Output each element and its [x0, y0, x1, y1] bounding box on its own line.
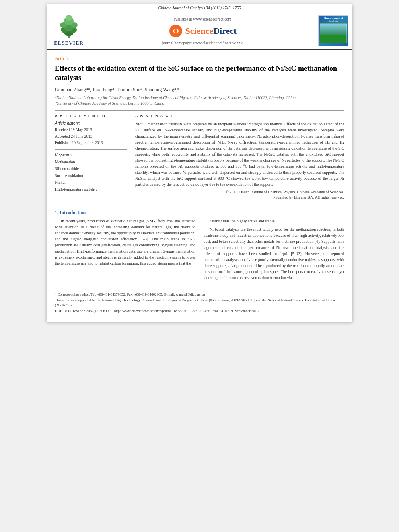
journal-cover: Chinese Journal of Catalysis	[318, 15, 348, 46]
divider-1	[55, 110, 344, 111]
copyright-line2: Published by Elsevier B.V. All rights re…	[135, 195, 344, 200]
authors: Guoquan Zhangᵃᵇ, Jiaxi Pengᵃ, Tianjun Su…	[55, 87, 344, 93]
intro-text-col1: In recent years, production of synthetic…	[55, 218, 195, 266]
abstract-section: A B S T R A C T Ni/SiC methanation catal…	[135, 114, 344, 201]
intro-body: In recent years, production of synthetic…	[55, 218, 344, 283]
journal-citation: Chinese Journal of Catalysis 34 (2013) 1…	[158, 6, 241, 10]
intro-col2: catalyst must be highly active and stabl…	[204, 218, 344, 283]
section-name: Introduction	[60, 210, 86, 215]
journal-topbar: Chinese Journal of Catalysis 34 (2013) 1…	[47, 4, 352, 12]
elsevier-logo: ELSEVIER	[51, 15, 87, 46]
keyword-3: Surface oxidation	[55, 172, 127, 179]
intro-col1: In recent years, production of synthetic…	[55, 218, 195, 283]
sd-text: ScienceDirect	[185, 26, 237, 36]
accepted-date: Accepted 24 June 2013	[55, 133, 127, 140]
article-info-header: A R T I C L E I N F O	[55, 114, 127, 118]
intro-para2-col2: Ni-based catalysts are the most widely u…	[204, 226, 344, 281]
corresponding-author: * Corresponding author. Tel: +86-411-843…	[55, 292, 344, 298]
keyword-5: High-temperature stability	[55, 186, 127, 193]
available-text: available at www.sciencedirect.com	[174, 17, 232, 21]
sd-icon	[169, 24, 183, 38]
funding-note: This work was supported by the National …	[55, 298, 344, 308]
intro-para1-col1: In recent years, production of synthetic…	[55, 218, 195, 266]
abstract-paragraph: Ni/SiC methanation catalysts were prepar…	[135, 121, 344, 187]
keyword-1: Methanation	[55, 158, 127, 165]
page: Chinese Journal of Catalysis 34 (2013) 1…	[47, 4, 352, 322]
abstract-text: Ni/SiC methanation catalysts were prepar…	[135, 121, 344, 187]
sciencedirect-logo: ScienceDirect	[169, 24, 237, 38]
journal-header: ELSEVIER available at www.sciencedirect.…	[47, 12, 352, 50]
history-label: Article history:	[55, 121, 127, 125]
cover-image	[320, 23, 347, 43]
footer: * Corresponding author. Tel: +86-411-843…	[55, 290, 344, 314]
elsevier-tree-icon	[55, 15, 83, 39]
article-type: Article	[55, 55, 344, 62]
cover-title: Chinese Journal of Catalysis	[320, 17, 347, 23]
elsevier-wordmark: ELSEVIER	[54, 40, 84, 46]
affiliation-b: ᵇUniversity of Chinese Academy of Scienc…	[55, 101, 344, 106]
intro-para1-col2: catalyst must be highly active and stabl…	[204, 218, 344, 224]
divider-2	[55, 205, 344, 205]
article-dates: Received 19 May 2013 Accepted 24 June 20…	[55, 127, 127, 146]
received-date: Received 19 May 2013	[55, 127, 127, 133]
abstract-header: A B S T R A C T	[135, 114, 344, 118]
journal-url: journal homepage: www.elsevier.com/locat…	[162, 41, 243, 45]
keywords-list: Methanation Silicon carbide Surface oxid…	[55, 158, 127, 193]
svg-point-10	[174, 29, 177, 33]
info-abstract-section: A R T I C L E I N F O Article history: R…	[55, 114, 344, 201]
article-info: A R T I C L E I N F O Article history: R…	[55, 114, 127, 201]
section-number: 1.	[55, 210, 58, 215]
keyword-2: Silicon carbide	[55, 165, 127, 172]
copyright-line1: © 2013, Dalian Institute of Chemical Phy…	[135, 190, 344, 195]
section-title: 1. Introduction	[55, 210, 344, 216]
keyword-4: Nickel	[55, 179, 127, 186]
doi-note: DOI: 10.1016/S1872-2067(12)60639-1 | htt…	[55, 308, 344, 314]
copyright: © 2013, Dalian Institute of Chemical Phy…	[135, 190, 344, 201]
affiliations: ᵃDalian National Laboratory for Clean En…	[55, 95, 344, 106]
article-content: Article Effects of the oxidation extent …	[47, 50, 352, 322]
article-title: Effects of the oxidation extent of the S…	[55, 64, 344, 83]
divider-info	[55, 149, 127, 150]
keywords-label: Keywords:	[55, 153, 127, 157]
affiliation-a: ᵃDalian National Laboratory for Clean En…	[55, 95, 344, 101]
introduction-section: 1. Introduction In recent years, product…	[55, 210, 344, 283]
header-middle: available at www.sciencedirect.com Scien…	[91, 15, 314, 46]
published-date: Published 20 September 2013	[55, 140, 127, 146]
intro-text-col2: catalyst must be highly active and stabl…	[204, 218, 344, 281]
